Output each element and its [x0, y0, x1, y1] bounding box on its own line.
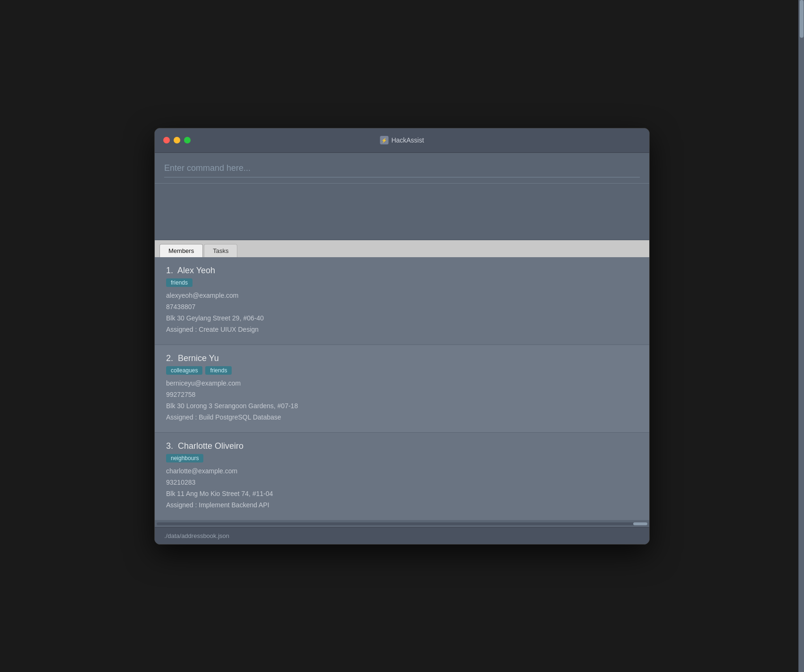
member-assigned: Assigned : Implement Backend API	[166, 500, 638, 510]
member-phone: 99272758	[166, 390, 638, 400]
member-assigned: Assigned : Create UIUX Design	[166, 325, 638, 335]
members-list: 1. Alex Yeoh friends alexyeoh@example.co…	[155, 257, 649, 521]
app-window: ⚡ HackAssist Members Tasks 1. Alex Yeoh …	[154, 128, 650, 545]
member-tags: neighbours	[166, 454, 638, 462]
close-button[interactable]	[163, 137, 170, 143]
members-section: 1. Alex Yeoh friends alexyeoh@example.co…	[155, 257, 649, 521]
window-title: ⚡ HackAssist	[380, 136, 424, 144]
scrollbar-thumb-horizontal[interactable]	[633, 522, 647, 525]
horizontal-scrollbar[interactable]	[155, 521, 649, 527]
tag-neighbours: neighbours	[166, 454, 203, 462]
member-address: Blk 30 Geylang Street 29, #06-40	[166, 313, 638, 323]
command-input[interactable]	[164, 161, 640, 177]
member-email: charlotte@example.com	[166, 466, 638, 476]
scrollbar-track	[157, 522, 647, 525]
tag-friends: friends	[205, 366, 232, 375]
member-email: berniceyu@example.com	[166, 378, 638, 388]
member-tags: friends	[166, 278, 638, 287]
member-name: 1. Alex Yeoh	[166, 266, 638, 276]
member-name: 2. Bernice Yu	[166, 353, 638, 363]
list-item: 2. Bernice Yu colleagues friends bernice…	[155, 345, 649, 433]
app-icon: ⚡	[380, 136, 388, 144]
list-item: 3. Charlotte Oliveiro neighbours charlot…	[155, 433, 649, 521]
maximize-button[interactable]	[184, 137, 191, 143]
command-bar	[155, 153, 649, 184]
list-item: 1. Alex Yeoh friends alexyeoh@example.co…	[155, 257, 649, 345]
member-phone: 93210283	[166, 478, 638, 487]
member-address: Blk 11 Ang Mo Kio Street 74, #11-04	[166, 489, 638, 499]
tab-tasks[interactable]: Tasks	[204, 244, 237, 257]
member-assigned: Assigned : Build PostgreSQL Database	[166, 412, 638, 422]
tabs-bar: Members Tasks	[155, 240, 649, 257]
member-phone: 87438807	[166, 302, 638, 312]
traffic-lights	[163, 137, 191, 143]
minimize-button[interactable]	[174, 137, 180, 143]
member-tags: colleagues friends	[166, 366, 638, 375]
status-bar: ./data/addressbook.json	[155, 527, 649, 544]
member-email: alexyeoh@example.com	[166, 291, 638, 301]
status-text: ./data/addressbook.json	[164, 532, 229, 539]
member-name: 3. Charlotte Oliveiro	[166, 441, 638, 451]
output-area	[155, 184, 649, 240]
tag-friends: friends	[166, 278, 193, 287]
member-address: Blk 30 Lorong 3 Serangoon Gardens, #07-1…	[166, 401, 638, 411]
titlebar: ⚡ HackAssist	[155, 128, 649, 153]
tab-members[interactable]: Members	[159, 244, 203, 257]
tag-colleagues: colleagues	[166, 366, 202, 375]
